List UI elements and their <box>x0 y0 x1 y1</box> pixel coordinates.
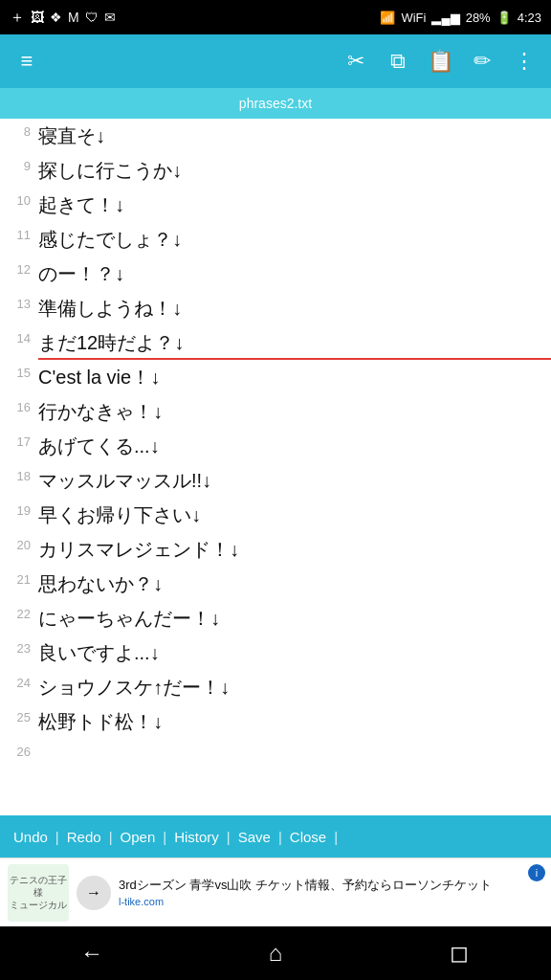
ad-info-icon[interactable]: i <box>528 864 545 881</box>
line-number: 25 <box>0 704 38 724</box>
line-row[interactable]: 22にゃーちゃんだー！↓ <box>0 601 551 635</box>
line-content[interactable]: 早くお帰り下さい↓ <box>38 498 551 532</box>
status-icons-left: ＋ 🖼 ❖ M 🛡 ✉ <box>10 8 116 28</box>
line-number: 8 <box>0 119 38 139</box>
line-number: 23 <box>0 635 38 656</box>
line-number: 22 <box>0 601 38 621</box>
line-content[interactable]: まだ12時だよ？↓ <box>38 325 551 360</box>
line-row[interactable]: 20カリスマレジェンド！↓ <box>0 532 551 567</box>
bottom-sep: | <box>52 829 63 845</box>
line-content[interactable]: 良いですよ...↓ <box>38 635 551 670</box>
line-row[interactable]: 19早くお帰り下さい↓ <box>0 498 551 532</box>
back-button[interactable]: ← <box>65 934 119 972</box>
line-number: 19 <box>0 498 38 518</box>
more-button[interactable]: ⋮ <box>505 42 543 80</box>
line-content[interactable]: ショウノスケ↑だー！↓ <box>38 670 551 704</box>
ad-body-text: 3rdシーズン 青学vs山吹 チケット情報、予約ならローソンチケット <box>119 876 543 895</box>
email-icon: ✉ <box>104 10 116 25</box>
line-row[interactable]: 25松野トド松！↓ <box>0 704 551 739</box>
ad-arrow-icon: → <box>77 876 111 910</box>
cut-button[interactable]: ✂ <box>337 42 375 80</box>
line-row[interactable]: 26 <box>0 739 551 773</box>
line-row[interactable]: 24ショウノスケ↑だー！↓ <box>0 670 551 704</box>
line-content[interactable] <box>38 739 551 746</box>
line-row[interactable]: 9探しに行こうか↓ <box>0 153 551 188</box>
home-button[interactable]: ⌂ <box>249 934 302 972</box>
nav-bar: ← ⌂ ◻ <box>0 926 551 980</box>
shield-icon: 🛡 <box>85 10 99 25</box>
bottom-sep: | <box>330 829 342 845</box>
signal-icon: ▂▄▆ <box>431 11 459 25</box>
file-name: phrases2.txt <box>239 96 312 111</box>
copy-button[interactable]: ⧉ <box>379 42 417 80</box>
bottom-btn-close[interactable]: Close <box>286 829 330 845</box>
status-bar: ＋ 🖼 ❖ M 🛡 ✉ 📶 WiFi ▂▄▆ 28% 🔋 4:23 <box>0 0 551 34</box>
nfc-icon: 📶 <box>380 11 395 25</box>
line-row[interactable]: 23良いですよ...↓ <box>0 635 551 670</box>
file-title-bar: phrases2.txt <box>0 88 551 119</box>
wifi-icon: WiFi <box>401 11 426 25</box>
paste-button[interactable]: 📋 <box>421 42 459 80</box>
line-row[interactable]: 12のー！？↓ <box>0 256 551 291</box>
bottom-sep: | <box>223 829 234 845</box>
menu-button[interactable]: ≡ <box>8 42 46 80</box>
line-content[interactable]: 松野トド松！↓ <box>38 704 551 739</box>
plus-icon: ＋ <box>10 8 25 28</box>
line-content[interactable]: カリスマレジェンド！↓ <box>38 532 551 567</box>
line-content[interactable]: C'est la vie！↓ <box>38 360 551 394</box>
line-content[interactable]: 探しに行こうか↓ <box>38 153 551 188</box>
editor-area[interactable]: 8寝直そ↓9探しに行こうか↓10起きて！↓11感じたでしょ？↓12のー！？↓13… <box>0 119 551 815</box>
line-content[interactable]: あげてくる...↓ <box>38 429 551 463</box>
battery-level: 28% <box>466 11 491 25</box>
line-content[interactable]: 起きて！↓ <box>38 188 551 222</box>
line-content[interactable]: 行かなきゃ！↓ <box>38 394 551 429</box>
status-icons-right: 📶 WiFi ▂▄▆ 28% 🔋 4:23 <box>380 11 541 25</box>
line-content[interactable]: 思わないか？↓ <box>38 567 551 601</box>
clock: 4:23 <box>518 11 541 25</box>
line-row[interactable]: 21思わないか？↓ <box>0 567 551 601</box>
bottom-btn-open[interactable]: Open <box>117 829 160 845</box>
bottom-btn-history[interactable]: History <box>170 829 223 845</box>
line-content[interactable]: マッスルマッスル!!↓ <box>38 463 551 498</box>
ad-body: 3rdシーズン 青学vs山吹 チケット情報、予約ならローソンチケット l-tik… <box>119 876 543 910</box>
line-row[interactable]: 13準備しようね！↓ <box>0 291 551 325</box>
battery-icon: 🔋 <box>496 11 512 25</box>
ad-title-line2: ミュージカル <box>10 899 67 911</box>
line-row[interactable]: 16行かなきゃ！↓ <box>0 394 551 429</box>
line-number: 15 <box>0 360 38 380</box>
line-row[interactable]: 17あげてくる...↓ <box>0 429 551 463</box>
line-row[interactable]: 18マッスルマッスル!!↓ <box>0 463 551 498</box>
line-number: 21 <box>0 567 38 587</box>
line-content[interactable]: のー！？↓ <box>38 256 551 291</box>
edit-button[interactable]: ✏ <box>463 42 501 80</box>
line-row[interactable]: 10起きて！↓ <box>0 188 551 222</box>
bottom-sep: | <box>275 829 286 845</box>
line-row[interactable]: 11感じたでしょ？↓ <box>0 222 551 256</box>
line-row[interactable]: 8寝直そ↓ <box>0 119 551 153</box>
ad-image: テニスの王子様 ミュージカル <box>8 864 69 922</box>
line-number: 9 <box>0 153 38 173</box>
line-number: 14 <box>0 325 38 345</box>
line-content[interactable]: 準備しようね！↓ <box>38 291 551 325</box>
bottom-sep: | <box>105 829 117 845</box>
image-icon: 🖼 <box>31 10 44 25</box>
line-number: 11 <box>0 222 38 242</box>
line-number: 24 <box>0 670 38 690</box>
line-number: 10 <box>0 188 38 208</box>
bottom-btn-undo[interactable]: Undo <box>10 829 52 845</box>
bottom-toolbar: Undo | Redo | Open | History | Save | Cl… <box>0 815 551 858</box>
line-number: 13 <box>0 291 38 311</box>
line-content[interactable]: 寝直そ↓ <box>38 119 551 153</box>
bottom-btn-save[interactable]: Save <box>234 829 275 845</box>
line-number: 20 <box>0 532 38 552</box>
line-row[interactable]: 14まだ12時だよ？↓ <box>0 325 551 360</box>
line-content[interactable]: にゃーちゃんだー！↓ <box>38 601 551 635</box>
bottom-btn-redo[interactable]: Redo <box>63 829 105 845</box>
line-number: 26 <box>0 739 38 759</box>
line-row[interactable]: 15C'est la vie！↓ <box>0 360 551 394</box>
ad-banner[interactable]: テニスの王子様 ミュージカル → 3rdシーズン 青学vs山吹 チケット情報、予… <box>0 858 551 926</box>
dropbox-icon: ❖ <box>50 10 62 25</box>
recents-button[interactable]: ◻ <box>432 934 486 972</box>
toolbar: ≡ ✂ ⧉ 📋 ✏ ⋮ <box>0 34 551 88</box>
line-content[interactable]: 感じたでしょ？↓ <box>38 222 551 256</box>
